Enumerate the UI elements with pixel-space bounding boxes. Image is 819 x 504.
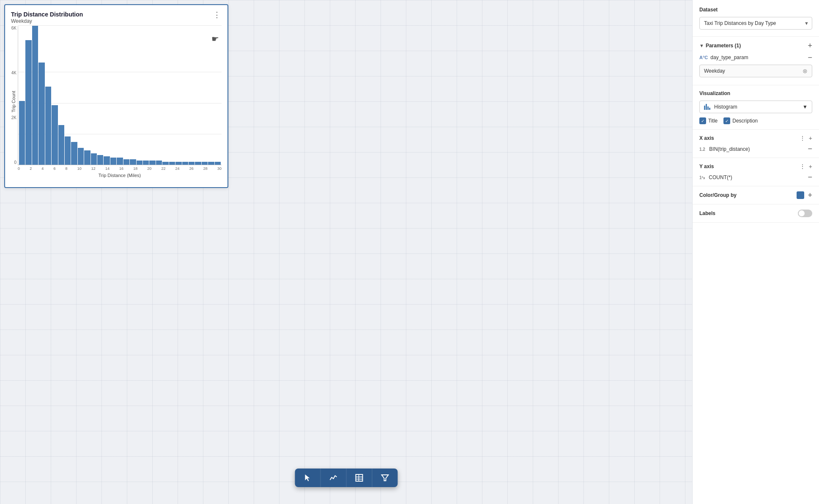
x-tick-0: 0 (18, 166, 20, 171)
param-value-text: Weekday (704, 68, 725, 74)
bar-10[interactable] (84, 150, 90, 165)
xaxis-header: X axis ⋮ + (699, 135, 812, 142)
bar-22[interactable] (162, 162, 168, 165)
xaxis-field-name: BIN(trip_distance) (709, 146, 750, 152)
title-checkbox-item: Title (699, 117, 718, 124)
bar-13[interactable] (104, 156, 110, 165)
bar-5[interactable] (52, 105, 58, 165)
param-remove-button[interactable]: − (808, 54, 812, 61)
yaxis-add-button[interactable]: + (809, 163, 812, 170)
x-tick-16: 16 (119, 166, 123, 171)
main-canvas: Trip Distance Distribution Weekday ⋮ Tri… (0, 0, 692, 504)
y-tick-6k: 6K (5, 26, 16, 30)
color-add-button[interactable]: + (808, 191, 812, 199)
description-checkbox[interactable] (723, 117, 730, 124)
param-value-input[interactable]: Weekday ⊗ (699, 65, 812, 77)
bar-8[interactable] (71, 142, 77, 165)
cursor-overlay: ☛ (211, 34, 219, 44)
bars-container (18, 26, 222, 165)
yaxis-field-name: COUNT(*) (709, 174, 732, 180)
svg-rect-6 (704, 106, 705, 110)
yaxis-remove-button[interactable]: − (808, 173, 812, 181)
color-controls: + (797, 191, 812, 199)
params-header: ▼ Parameters (1) + (699, 42, 812, 49)
bar-20[interactable] (149, 161, 155, 165)
yaxis-icons: ⋮ + (800, 163, 812, 170)
yaxis-more-button[interactable]: ⋮ (800, 163, 805, 170)
x-tick-6: 6 (53, 166, 55, 171)
x-tick-2: 2 (30, 166, 32, 171)
x-tick-4: 4 (41, 166, 44, 171)
params-title: ▼ Parameters (1) (699, 43, 741, 49)
bar-17[interactable] (130, 159, 136, 165)
x-tick-12: 12 (91, 166, 96, 171)
x-tick-20: 20 (147, 166, 151, 171)
bar-21[interactable] (156, 161, 162, 165)
param-name: A°C day_type_param (699, 54, 748, 60)
param-row: A°C day_type_param − (699, 54, 812, 61)
params-chevron-icon: ▼ (699, 43, 704, 48)
labels-header: Labels (699, 210, 812, 217)
color-header: Color/Group by + (699, 191, 812, 199)
title-checkbox[interactable] (699, 117, 706, 124)
labels-title: Labels (699, 210, 715, 216)
bar-2[interactable] (32, 26, 38, 165)
dataset-dropdown[interactable]: Taxi Trip Distances by Day Type (699, 17, 812, 30)
params-add-button[interactable]: + (808, 42, 812, 49)
chart-plot: 0 2K 4K 6K (18, 26, 222, 165)
bar-15[interactable] (117, 158, 123, 165)
bar-28[interactable] (202, 162, 208, 165)
bar-29[interactable] (208, 162, 214, 165)
bar-24[interactable] (175, 162, 181, 165)
xaxis-more-button[interactable]: ⋮ (800, 135, 805, 142)
dataset-dropdown-wrapper: Taxi Trip Distances by Day Type ▼ (699, 17, 812, 30)
bar-19[interactable] (143, 161, 149, 165)
y-tick-2k: 2K (5, 115, 16, 120)
description-checkbox-label: Description (732, 118, 758, 124)
bar-25[interactable] (182, 162, 188, 165)
bar-16[interactable] (123, 159, 129, 165)
bar-3[interactable] (38, 63, 44, 165)
checkboxes-row: Title Description (699, 117, 812, 124)
x-tick-26: 26 (189, 166, 194, 171)
bar-12[interactable] (97, 155, 103, 165)
chart-menu-button[interactable]: ⋮ (212, 11, 222, 19)
bar-11[interactable] (91, 153, 97, 165)
bar-14[interactable] (110, 158, 116, 165)
color-swatch[interactable] (797, 191, 804, 199)
cursor-tool-button[interactable] (295, 469, 320, 487)
xaxis-add-button[interactable]: + (809, 135, 812, 142)
bar-18[interactable] (137, 161, 142, 165)
viz-type-dropdown[interactable]: Histogram ▼ (699, 101, 812, 113)
x-tick-30: 30 (217, 166, 222, 171)
xaxis-section: X axis ⋮ + 1.2 BIN(trip_distance) − (693, 130, 819, 158)
params-label: Parameters (1) (706, 43, 741, 49)
bar-7[interactable] (65, 136, 71, 165)
bar-6[interactable] (58, 125, 64, 165)
bar-26[interactable] (189, 162, 194, 165)
bar-9[interactable] (78, 148, 84, 165)
param-clear-button[interactable]: ⊗ (803, 68, 808, 74)
bar-23[interactable] (169, 162, 175, 165)
yaxis-header: Y axis ⋮ + (699, 163, 812, 170)
x-axis-ticks: 024681012141618202224262830 (18, 166, 222, 171)
svg-rect-7 (706, 104, 707, 110)
filter-tool-button[interactable] (372, 469, 397, 487)
chart-tool-button[interactable] (320, 469, 346, 487)
x-tick-28: 28 (203, 166, 208, 171)
chart-title: Trip Distance Distribution (11, 11, 83, 18)
bar-0[interactable] (19, 101, 25, 165)
bar-4[interactable] (45, 87, 51, 165)
table-icon (355, 474, 363, 482)
x-tick-8: 8 (66, 166, 68, 171)
y-tick-0: 0 (5, 160, 16, 165)
bar-30[interactable] (215, 162, 221, 165)
xaxis-field-type: 1.2 (699, 147, 705, 152)
svg-rect-8 (707, 106, 709, 110)
bar-1[interactable] (25, 40, 31, 165)
xaxis-remove-button[interactable]: − (808, 145, 812, 153)
labels-toggle[interactable] (798, 210, 812, 217)
bar-27[interactable] (195, 162, 201, 165)
table-tool-button[interactable] (346, 469, 372, 487)
chart-subtitle: Weekday (11, 18, 83, 24)
